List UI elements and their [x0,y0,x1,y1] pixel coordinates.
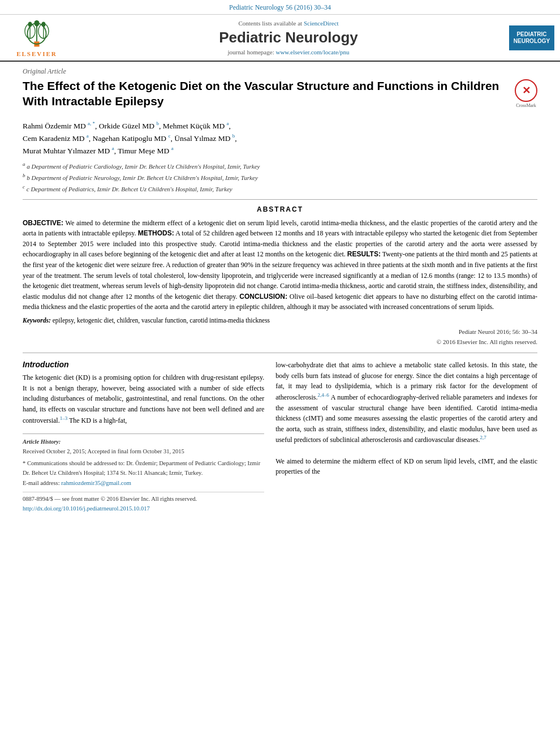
journal-logo-right: PEDIATRIC NEUROLOGY [509,25,554,50]
affiliations: a a Department of Pediatric Cardiology, … [23,160,537,195]
svg-point-9 [41,22,45,27]
svg-point-8 [28,22,32,27]
issn-text: 0887-8994/$ — see front matter © 2016 El… [23,496,197,502]
footnote-area: Article History: Received October 2, 201… [23,433,264,514]
journal-header-center: Contents lists available at ScienceDirec… [68,20,509,55]
sciencedirect-line: Contents lists available at ScienceDirec… [68,20,509,27]
article-type-label: Original Article [23,67,537,76]
journal-title: Pediatric Neurology [68,29,509,46]
results-label: RESULTS: [347,250,381,258]
issn-line: 0887-8994/$ — see front matter © 2016 El… [23,492,264,504]
sciencedirect-link[interactable]: ScienceDirect [304,20,339,27]
elsevier-tree-icon [14,18,59,49]
authors-line: Rahmi Özdemir MD a, *, Orkide Güzel MD b… [23,119,537,157]
communications-text: * Communications should be addressed to:… [23,460,260,476]
article-title: The Effect of the Ketogenic Diet on the … [23,78,509,109]
doi-link[interactable]: http://dx.doi.org/10.1016/j.pediatrneuro… [23,505,150,512]
email-line: E-mail address: rahmiozdemir35@gmail.com [23,479,264,488]
email-link[interactable]: rahmiozdemir35@gmail.com [61,480,131,486]
conclusion-label: CONCLUSION: [239,293,287,300]
article-content: Original Article The Effect of the Ketog… [0,62,560,520]
keywords-label: Keywords: [23,317,51,324]
crossmark-label: CrossMark [515,103,537,108]
citation-info: Pediatr Neurol 2016; 56: 30–34 © 2016 El… [23,327,537,347]
abstract-section: ABSTRACT OBJECTIVE: We aimed to determin… [23,205,537,347]
elsevier-brand-text: ELSEVIER [16,50,57,57]
history-text: Received October 2, 2015; Accepted in fi… [23,448,184,454]
svg-point-7 [34,20,39,27]
journal-reference: Pediatric Neurology 56 (2016) 30–34 [0,0,560,14]
intro-left-text: The ketogenic diet (KD) is a promising o… [23,372,264,426]
doi-line: http://dx.doi.org/10.1016/j.pediatrneuro… [23,504,264,514]
content-divider [23,353,537,353]
journal-homepage: journal homepage: www.elsevier.com/locat… [68,49,509,55]
cite-line1: Pediatr Neurol 2016; 56: 30–34 [23,327,537,337]
objective-label: OBJECTIVE: [23,219,63,227]
journal-header: ELSEVIER Contents lists available at Sci… [0,14,560,62]
keywords-text: epilepsy, ketogenic diet, children, vasc… [53,317,270,324]
article-history-label: Article History: Received October 2, 201… [23,437,264,457]
intro-right-text: low-carbohydrate diet that aims to achie… [275,360,537,477]
crossmark-icon: ✕ [515,79,537,102]
right-column: low-carbohydrate diet that aims to achie… [275,360,537,514]
homepage-url[interactable]: www.elsevier.com/locate/pnu [275,49,349,55]
methods-label: METHODS: [138,229,174,237]
crossmark-badge-container: ✕ CrossMark [515,79,537,108]
elsevier-logo: ELSEVIER [6,18,68,57]
left-column: Introduction The ketogenic diet (KD) is … [23,360,264,514]
journal-ref-text: Pediatric Neurology 56 (2016) 30–34 [229,3,331,11]
cite-line2: © 2016 Elsevier Inc. All rights reserved… [23,337,537,347]
communications-note: * Communications should be addressed to:… [23,459,264,478]
introduction-title: Introduction [23,360,264,369]
abstract-body: OBJECTIVE: We aimed to determine the mid… [23,218,537,312]
email-label: E-mail address: [23,480,60,486]
keywords-line: Keywords: epilepsy, ketogenic diet, chil… [23,317,537,324]
history-label: Article History: [23,439,61,445]
body-columns: Introduction The ketogenic diet (KD) is … [23,360,537,514]
abstract-title: ABSTRACT [23,205,537,213]
section-divider [23,199,537,200]
